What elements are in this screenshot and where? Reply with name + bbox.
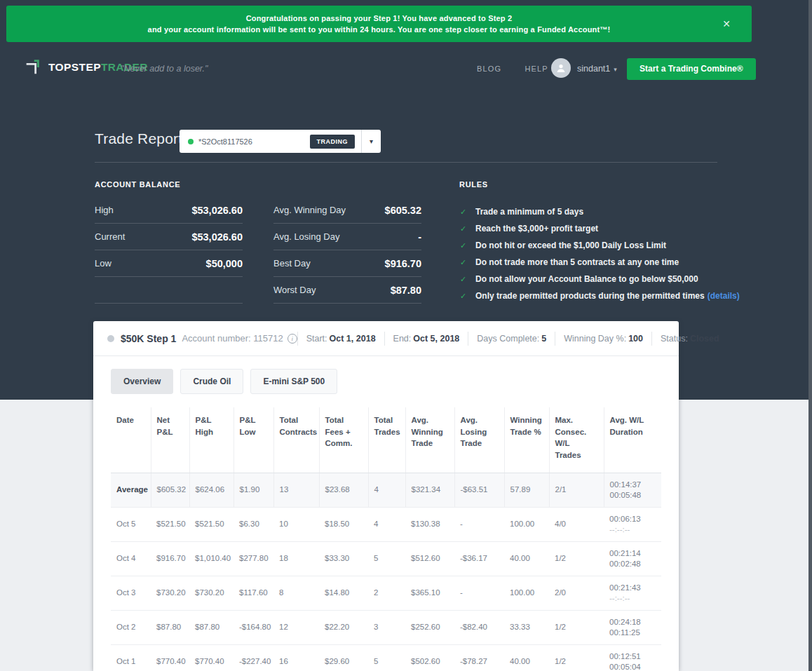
trade-report-table: DateNet P&LP&L HighP&L LowTotal Contract…: [111, 407, 661, 671]
stat-row-best-day: Best Day$916.70: [273, 250, 421, 277]
user-menu[interactable]: sindant1▾: [577, 64, 617, 74]
tab-overview[interactable]: Overview: [111, 369, 173, 394]
column-header-net-p-l: Net P&L: [151, 407, 189, 473]
table-cell: $29.60: [319, 644, 368, 671]
cell-duration: 00:12:5100:05:04: [604, 644, 661, 671]
stat-label: Current: [95, 231, 125, 242]
meta-value: Oct 5, 2018: [413, 334, 459, 344]
column-header-date: Date: [111, 407, 151, 473]
stat-row-worst-day: Worst Day$87.80: [273, 277, 421, 304]
logo-topstep: TOPSTEP: [48, 61, 101, 73]
meta-item-end: End:Oct 5, 2018: [384, 332, 468, 346]
table-cell: $277.80: [234, 541, 273, 576]
meta-item-days-complete: Days Complete:5: [468, 332, 555, 346]
table-row-oct-2: Oct 2$87.80$87.80-$164.8012$22.203$252.6…: [111, 610, 661, 644]
stat-label: Avg. Losing Day: [273, 231, 339, 242]
column-header-total-trades: Total Trades: [368, 407, 405, 473]
meta-label: Winning Day %:: [564, 334, 626, 344]
banner-message: Congratulations on passing your Step 1! …: [6, 6, 752, 35]
table-cell: $23.68: [319, 473, 368, 507]
meta-item-status: Status:Closed: [651, 332, 721, 346]
info-icon[interactable]: i: [287, 334, 297, 344]
account-select[interactable]: *S2Oct8117526 TRADING ▾: [180, 130, 381, 153]
cell-date: Average: [111, 473, 151, 507]
tagline: "Never add to a loser.": [121, 64, 208, 74]
rule-text: Trade a minimum of 5 days: [475, 207, 583, 217]
stat-value: $605.32: [385, 205, 421, 216]
table-cell: 5: [368, 644, 405, 671]
check-icon: ✓: [460, 292, 475, 301]
table-cell: $605.32: [151, 473, 189, 507]
table-cell: 3: [368, 610, 405, 644]
avatar[interactable]: [551, 58, 571, 78]
congratulations-banner: Congratulations on passing your Step 1! …: [6, 6, 752, 42]
table-cell: 5: [368, 541, 405, 576]
user-icon: [555, 62, 567, 74]
nav-link-blog[interactable]: BLOG: [477, 65, 501, 73]
card-meta-group: Start:Oct 1, 2018End:Oct 5, 2018Days Com…: [297, 332, 721, 346]
tab-crude-oil[interactable]: Crude Oil: [180, 369, 243, 394]
table-cell: 1/2: [549, 610, 604, 644]
duration-line: 00:14:37: [610, 480, 656, 490]
table-cell: $502.60: [405, 644, 454, 671]
start-trading-combine-button[interactable]: Start a Trading Combine®: [627, 58, 756, 80]
account-number: Account number: 115712: [182, 333, 283, 344]
table-cell: 57.89: [504, 473, 549, 507]
rule-item: ✓Do not trade more than 5 contracts at a…: [460, 257, 740, 266]
rule-item: ✓Do not hit or exceed the $1,000 Daily L…: [460, 240, 740, 250]
table-cell: $916.70: [151, 541, 189, 576]
table-cell: $730.20: [189, 576, 234, 610]
duration-line: 00:05:48: [610, 490, 656, 501]
table-cell: $521.50: [189, 507, 234, 541]
rule-item: ✓Do not allow your Account Balance to go…: [460, 274, 740, 283]
table-cell: $87.80: [189, 610, 234, 644]
balance-column: High$53,026.60Current$53,026.60Low$50,00…: [95, 197, 243, 304]
duration-line: 00:11:25: [609, 628, 656, 638]
column-header-avg-losing-trade: Avg. Losing Trade: [454, 407, 504, 473]
stat-value: $50,000: [206, 258, 243, 269]
banner-line2: and your account information will be sen…: [148, 25, 611, 34]
table-cell: 2/0: [549, 576, 604, 610]
chevron-down-icon[interactable]: ▾: [362, 137, 381, 145]
table-row-oct-4: Oct 4$916.70$1,010.40$277.8018$33.305$51…: [111, 541, 661, 576]
table-cell: 40.00: [504, 541, 549, 576]
stat-value: $53,026.60: [191, 231, 243, 243]
scrollbar[interactable]: [808, 0, 812, 671]
table-cell: -$164.80: [234, 610, 273, 644]
cell-date: Oct 3: [111, 576, 151, 610]
rule-text: Do not hit or exceed the $1,000 Daily Lo…: [475, 240, 666, 250]
column-header-max-consec-w-l-trades: Max. Consec. W/L Trades: [549, 407, 604, 473]
nav-link-help[interactable]: HELP: [525, 65, 548, 73]
column-header-total-fees-comm: Total Fees + Comm.: [319, 407, 368, 473]
check-icon: ✓: [460, 224, 475, 233]
duration-line: 00:24:18: [609, 617, 656, 628]
check-icon: ✓: [460, 258, 475, 267]
page-title: Trade Report: [95, 130, 182, 147]
trade-report-page: Congratulations on passing your Step 1! …: [0, 0, 812, 671]
table-cell: -: [454, 507, 504, 541]
tab-e-mini-s-p-500[interactable]: E-mini S&P 500: [250, 369, 337, 394]
account-status-dot: [107, 335, 114, 342]
duration-line: --:--:--: [609, 524, 656, 535]
stat-value: $53,026.60: [191, 205, 243, 216]
table-cell: $521.50: [151, 507, 189, 541]
stat-label: High: [95, 205, 114, 215]
cell-duration: 00:21:43--:--:--: [604, 576, 661, 610]
stat-row-current: Current$53,026.60: [95, 224, 243, 250]
details-link[interactable]: (details): [708, 291, 740, 301]
table-cell: 100.00: [504, 507, 549, 541]
close-icon[interactable]: ✕: [722, 18, 731, 29]
trading-status-badge: TRADING: [310, 135, 356, 149]
table-row-oct-1: Oct 1$770.40$770.40-$227.4016$29.605$502…: [111, 644, 661, 671]
stat-row-empty: [95, 277, 243, 304]
table-cell: 4: [368, 507, 405, 541]
meta-value: 100: [628, 334, 643, 344]
table-cell: 13: [273, 473, 319, 507]
table-cell: -$227.40: [234, 644, 273, 671]
table-cell: -$36.17: [454, 541, 504, 576]
table-cell: 2: [368, 576, 405, 610]
stat-row-avg-winning-day: Avg. Winning Day$605.32: [273, 197, 421, 224]
chevron-down-icon: ▾: [614, 66, 617, 73]
meta-item-winning-day: Winning Day %:100: [555, 332, 651, 346]
table-cell: 33.33: [504, 610, 549, 644]
